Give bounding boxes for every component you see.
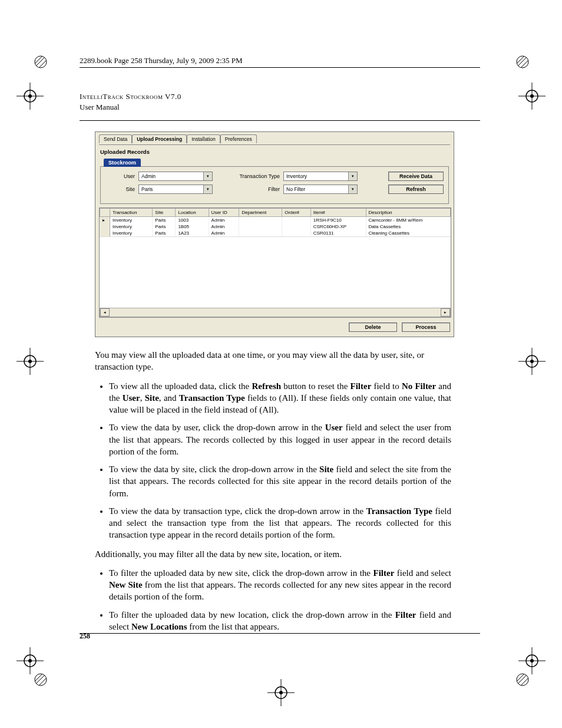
registration-mark-icon xyxy=(16,83,44,110)
cell-userid: Admin xyxy=(209,223,239,230)
list-item: To view the data by transaction type, cl… xyxy=(109,505,451,541)
filter-select[interactable]: No Filter ▾ xyxy=(283,185,358,194)
cell-transaction: Inventory xyxy=(110,217,153,224)
cell-site: Paris xyxy=(153,230,176,236)
svg-point-3 xyxy=(28,94,32,98)
scroll-right-icon[interactable]: ▸ xyxy=(441,308,450,317)
process-button[interactable]: Process xyxy=(402,322,450,332)
cell-description: Data Cassettes xyxy=(366,223,450,230)
chevron-down-icon: ▾ xyxy=(203,172,212,180)
ttype-select[interactable]: Inventory ▾ xyxy=(283,172,358,181)
svg-line-37 xyxy=(36,675,45,684)
registration-mark-icon xyxy=(518,647,546,674)
tab-bar: Send Data Upload Processing Installation… xyxy=(99,134,450,143)
chevron-down-icon: ▾ xyxy=(348,185,357,193)
hatched-circle-icon xyxy=(516,673,529,686)
list-item: To filter the uploaded data by new site,… xyxy=(109,567,451,603)
footer-rule xyxy=(80,633,480,634)
registration-mark-icon xyxy=(518,348,546,375)
cell-site: Paris xyxy=(153,223,176,230)
list-item: To view the data by site, click the drop… xyxy=(109,463,451,499)
horizontal-scrollbar[interactable]: ◂ ▸ xyxy=(100,308,451,317)
filter-label: Filter xyxy=(227,186,280,192)
scroll-left-icon[interactable]: ◂ xyxy=(100,308,110,317)
col-item[interactable]: Item# xyxy=(310,209,366,217)
registration-mark-icon xyxy=(16,348,44,375)
user-select[interactable]: Admin ▾ xyxy=(138,172,213,181)
col-site[interactable]: Site xyxy=(153,209,176,217)
col-description[interactable]: Description xyxy=(366,209,450,217)
registration-mark-icon xyxy=(16,647,44,674)
cell-location: 1A23 xyxy=(176,230,209,236)
registration-mark-icon xyxy=(267,679,295,706)
doc-type: User Manual xyxy=(80,102,480,113)
body-text: You may view all the uploaded data at on… xyxy=(95,349,451,633)
page-number: 258 xyxy=(80,632,90,641)
hatched-circle-icon xyxy=(34,673,47,686)
svg-line-33 xyxy=(518,57,527,66)
cell-location: 1B05 xyxy=(176,223,209,230)
table-row[interactable]: InventoryParis1B05AdminCSRC60HD-XPData C… xyxy=(100,223,451,230)
cell-item: CSR0131 xyxy=(310,230,366,236)
site-label: Site xyxy=(105,186,135,192)
svg-line-30 xyxy=(35,56,42,64)
cell-transaction: Inventory xyxy=(110,230,153,236)
cell-site: Paris xyxy=(153,217,176,224)
svg-point-19 xyxy=(28,659,32,663)
receive-data-button[interactable]: Receive Data xyxy=(388,172,444,181)
ttype-label: Transaction Type xyxy=(227,173,280,179)
cell-description: Camcorder - 8MM w/Rem xyxy=(366,217,450,224)
svg-point-27 xyxy=(279,691,283,694)
cell-userid: Admin xyxy=(209,230,239,236)
col-order[interactable]: Order# xyxy=(282,209,311,217)
chevron-down-icon: ▾ xyxy=(203,185,212,193)
svg-line-38 xyxy=(35,674,42,681)
tab-installation[interactable]: Installation xyxy=(187,134,220,143)
svg-line-43 xyxy=(521,678,528,686)
section-title: Uploaded Records xyxy=(100,149,450,155)
user-label: User xyxy=(105,173,135,179)
refresh-button[interactable]: Refresh xyxy=(388,185,444,194)
cell-transaction: Inventory xyxy=(110,223,153,230)
col-transaction[interactable]: Transaction xyxy=(110,209,153,217)
cell-department xyxy=(239,217,282,224)
subtab-stockroom[interactable]: Stockroom xyxy=(104,159,141,167)
svg-point-7 xyxy=(530,94,534,98)
cell-item: 1RSH-F9C10 xyxy=(310,217,366,224)
records-grid[interactable]: Transaction Site Location User ID Depart… xyxy=(99,207,451,318)
app-window: Send Data Upload Processing Installation… xyxy=(95,131,454,337)
para-additional: Additionally, you may filter all the dat… xyxy=(95,548,451,560)
delete-button[interactable]: Delete xyxy=(349,322,397,332)
chevron-down-icon: ▾ xyxy=(348,172,357,180)
col-userid[interactable]: User ID xyxy=(209,209,239,217)
svg-line-41 xyxy=(518,675,527,684)
svg-point-23 xyxy=(530,659,534,663)
row-marker: ▸ xyxy=(100,217,110,224)
table-row[interactable]: InventoryParis1A23AdminCSR0131Cleaning C… xyxy=(100,230,451,236)
cell-order xyxy=(282,223,311,230)
product-title: IntelliTrack Stockroom V7.0 xyxy=(80,91,480,102)
svg-line-31 xyxy=(39,60,47,68)
cell-order xyxy=(282,217,311,224)
svg-point-11 xyxy=(28,360,32,363)
tab-upload-processing[interactable]: Upload Processing xyxy=(132,134,187,143)
row-marker-header xyxy=(100,209,110,217)
grid-empty-area xyxy=(100,236,451,308)
book-meta-line: 2289.book Page 258 Thursday, July 9, 200… xyxy=(80,56,480,68)
cell-location: 1003 xyxy=(176,217,209,224)
site-select[interactable]: Paris ▾ xyxy=(138,185,213,194)
user-value: Admin xyxy=(141,173,156,179)
tab-send-data[interactable]: Send Data xyxy=(99,134,132,143)
table-row[interactable]: ▸InventoryParis1003Admin1RSH-F9C10Camcor… xyxy=(100,217,451,224)
hatched-circle-icon xyxy=(516,55,529,68)
cell-userid: Admin xyxy=(209,217,239,224)
row-marker xyxy=(100,230,110,236)
col-location[interactable]: Location xyxy=(176,209,209,217)
svg-line-39 xyxy=(39,678,47,686)
svg-line-42 xyxy=(517,674,524,681)
row-marker xyxy=(100,223,110,230)
list-item: To view the data by user, click the drop… xyxy=(109,421,451,457)
col-department[interactable]: Department xyxy=(239,209,282,217)
svg-line-34 xyxy=(517,56,524,64)
tab-preferences[interactable]: Preferences xyxy=(220,134,257,143)
